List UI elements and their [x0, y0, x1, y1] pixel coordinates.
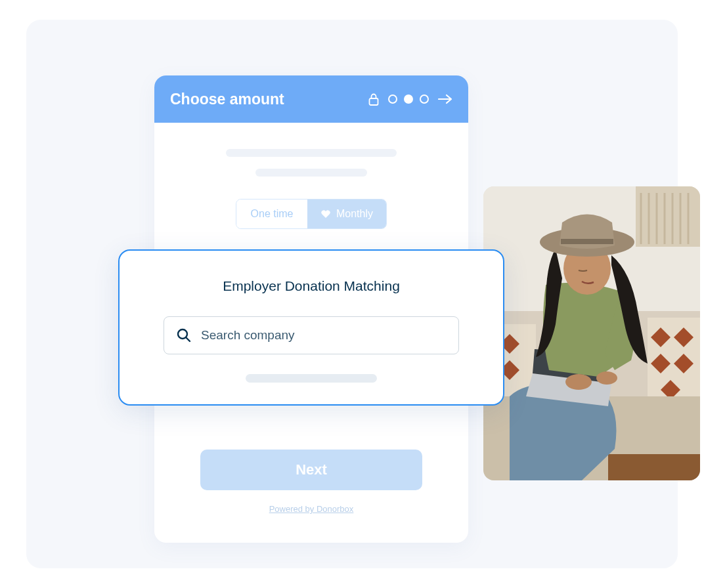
powered-by-link[interactable]: Powered by Donorbox — [269, 504, 354, 514]
svg-rect-28 — [370, 98, 378, 105]
heart-icon — [320, 209, 331, 219]
placeholder-line — [246, 374, 377, 383]
next-button-label: Next — [296, 461, 327, 478]
step-dot-2 — [404, 94, 413, 104]
svg-rect-22 — [608, 454, 700, 480]
employer-matching-modal: Employer Donation Matching — [118, 249, 504, 406]
step-dot-1 — [388, 94, 397, 104]
svg-point-23 — [565, 374, 592, 390]
card-body: One time Monthly — [154, 123, 468, 229]
frequency-onetime-label: One time — [251, 208, 294, 220]
arrow-right-icon[interactable] — [438, 94, 452, 104]
step-dot-3 — [420, 94, 429, 104]
frequency-monthly-label: Monthly — [336, 208, 373, 220]
lock-icon — [368, 93, 379, 106]
header-right — [368, 93, 452, 106]
card-title: Choose amount — [170, 91, 284, 108]
modal-title: Employer Donation Matching — [223, 278, 400, 294]
search-icon — [176, 327, 192, 343]
placeholder-line — [255, 169, 367, 177]
frequency-toggle: One time Monthly — [236, 199, 387, 229]
svg-rect-1 — [636, 186, 700, 247]
search-box[interactable] — [164, 316, 459, 354]
page-backdrop: Choose amount — [26, 20, 678, 568]
search-input[interactable] — [201, 328, 447, 343]
svg-line-30 — [187, 338, 190, 342]
frequency-monthly-button[interactable]: Monthly — [307, 200, 386, 228]
card-header: Choose amount — [154, 75, 468, 123]
next-button[interactable]: Next — [200, 450, 422, 490]
placeholder-line — [226, 149, 397, 157]
step-indicator — [388, 94, 429, 104]
svg-rect-27 — [561, 239, 613, 244]
frequency-onetime-button[interactable]: One time — [236, 200, 307, 228]
svg-point-24 — [596, 371, 617, 385]
lifestyle-photo — [483, 186, 700, 480]
